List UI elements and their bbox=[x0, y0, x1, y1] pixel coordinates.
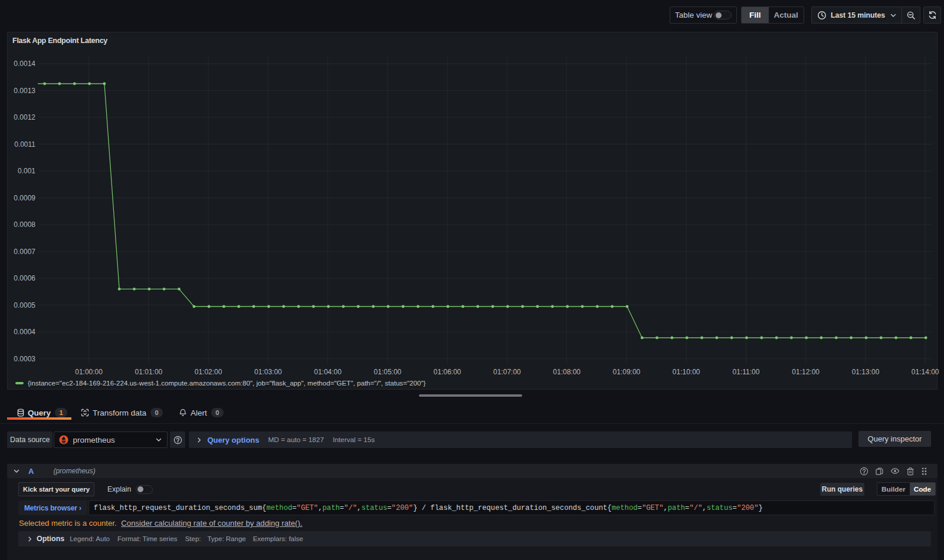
svg-text:01:14:00: 01:14:00 bbox=[912, 368, 939, 376]
svg-text:0.0009: 0.0009 bbox=[14, 194, 35, 202]
svg-text:0.0004: 0.0004 bbox=[14, 328, 35, 336]
svg-text:0.001: 0.001 bbox=[18, 167, 35, 175]
svg-text:01:01:00: 01:01:00 bbox=[135, 368, 163, 376]
svg-text:0.0012: 0.0012 bbox=[14, 113, 35, 121]
svg-text:01:07:00: 01:07:00 bbox=[493, 368, 521, 376]
svg-text:01:02:00: 01:02:00 bbox=[195, 368, 222, 376]
svg-text:01:13:00: 01:13:00 bbox=[852, 368, 880, 376]
svg-text:01:03:00: 01:03:00 bbox=[254, 368, 282, 376]
svg-text:0.0014: 0.0014 bbox=[14, 60, 35, 68]
svg-text:01:11:00: 01:11:00 bbox=[733, 368, 760, 376]
svg-text:0.0007: 0.0007 bbox=[14, 248, 35, 256]
svg-text:01:10:00: 01:10:00 bbox=[673, 368, 700, 376]
svg-text:0.0003: 0.0003 bbox=[14, 355, 35, 363]
svg-text:0.0013: 0.0013 bbox=[14, 87, 35, 95]
svg-text:01:12:00: 01:12:00 bbox=[792, 368, 820, 376]
svg-text:0.0006: 0.0006 bbox=[14, 274, 35, 282]
svg-text:01:08:00: 01:08:00 bbox=[553, 368, 581, 376]
svg-text:01:05:00: 01:05:00 bbox=[374, 368, 402, 376]
svg-text:01:00:00: 01:00:00 bbox=[75, 368, 103, 376]
svg-text:01:09:00: 01:09:00 bbox=[613, 368, 641, 376]
svg-text:0.0005: 0.0005 bbox=[14, 301, 35, 309]
svg-text:01:04:00: 01:04:00 bbox=[314, 368, 342, 376]
svg-text:0.0011: 0.0011 bbox=[14, 140, 35, 149]
svg-text:0.0008: 0.0008 bbox=[14, 220, 35, 229]
svg-text:01:06:00: 01:06:00 bbox=[434, 368, 461, 376]
